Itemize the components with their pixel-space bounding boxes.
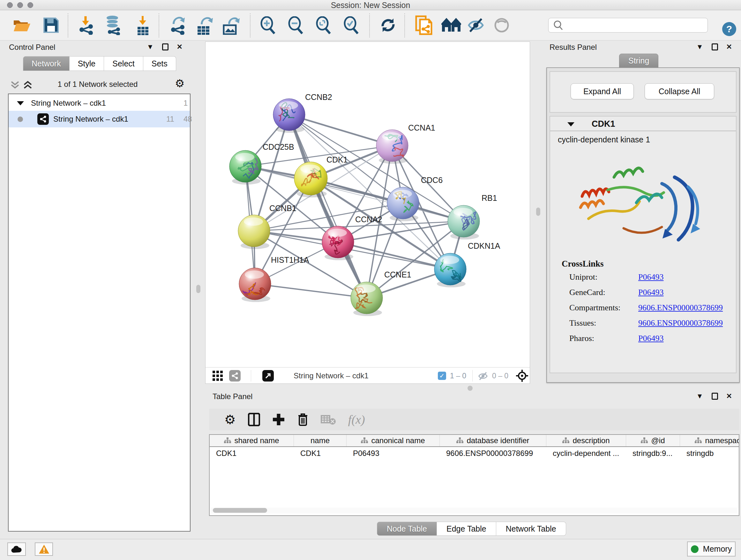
- node-RB1[interactable]: RB1: [448, 193, 497, 240]
- hide-graphics-button[interactable]: [465, 14, 487, 37]
- panel-menu-icon[interactable]: ▼: [696, 44, 703, 51]
- crosslink-link[interactable]: 9606.ENSP00000378699: [638, 318, 723, 328]
- tab-sets[interactable]: Sets: [143, 56, 176, 71]
- save-session-button[interactable]: [40, 14, 62, 37]
- show-graphics-button[interactable]: [490, 14, 513, 37]
- node-CDC6[interactable]: CDC6: [387, 176, 443, 221]
- open-session-button[interactable]: [10, 14, 33, 37]
- zoom-selected-button[interactable]: [340, 14, 362, 37]
- tab-network-table[interactable]: Network Table: [496, 522, 566, 536]
- houses-button[interactable]: [440, 14, 462, 37]
- node-CCNA1[interactable]: CCNA1: [376, 123, 435, 164]
- column-header[interactable]: shared name: [210, 435, 294, 446]
- node-table[interactable]: shared namenamecanonical namedatabase id…: [209, 434, 739, 516]
- selected-checkbox-icon[interactable]: ✓: [438, 372, 446, 380]
- tab-edge-table[interactable]: Edge Table: [437, 522, 496, 536]
- close-panel-icon[interactable]: ✕: [177, 44, 183, 51]
- tab-style[interactable]: Style: [70, 56, 105, 71]
- node-CCNB1[interactable]: CCNB1: [238, 204, 296, 249]
- float-panel-icon[interactable]: [712, 393, 718, 400]
- collapse-triangle-icon[interactable]: [17, 101, 24, 106]
- cloud-button[interactable]: [7, 543, 26, 556]
- zoom-out-button[interactable]: [285, 14, 307, 37]
- node-HIST1H1A[interactable]: HIST1H1A: [239, 255, 309, 302]
- grid-view-icon[interactable]: [212, 371, 223, 381]
- table-cell[interactable]: cyclin-dependent ...: [546, 447, 626, 460]
- table-cell[interactable]: P06493: [347, 447, 440, 460]
- right-splitter-handle[interactable]: [536, 207, 540, 216]
- crosslink-link[interactable]: P06493: [638, 272, 664, 282]
- update-network-button[interactable]: [377, 14, 399, 37]
- export-image-button[interactable]: [220, 14, 242, 37]
- table-cell[interactable]: stringdb:9...: [626, 447, 680, 460]
- gear-icon[interactable]: ⚙: [175, 78, 185, 89]
- collapse-triangle-icon[interactable]: [567, 122, 575, 127]
- search-input[interactable]: [566, 19, 708, 32]
- horizontal-scrollbar[interactable]: [211, 508, 738, 513]
- table-cell[interactable]: CDK1: [210, 447, 294, 460]
- column-header[interactable]: name: [294, 435, 347, 446]
- float-panel-icon[interactable]: [162, 44, 169, 51]
- memory-button[interactable]: Memory: [687, 542, 736, 557]
- export-network-button[interactable]: [166, 14, 189, 37]
- delete-trash-icon[interactable]: [297, 413, 309, 427]
- horizontal-splitter-handle[interactable]: [468, 386, 473, 391]
- crosslinks-heading: CrossLinks: [562, 259, 604, 269]
- table-cell[interactable]: stringdb: [680, 447, 739, 460]
- column-header[interactable]: database identifier: [440, 435, 546, 446]
- add-column-icon[interactable]: [272, 413, 285, 426]
- fit-content-button[interactable]: [313, 14, 335, 37]
- tab-select[interactable]: Select: [104, 56, 143, 71]
- import-network-file-button[interactable]: [75, 14, 97, 37]
- node-CCNE1[interactable]: CCNE1: [351, 270, 411, 316]
- crosslink-link[interactable]: P06493: [638, 334, 664, 343]
- zoom-in-button[interactable]: [257, 14, 279, 37]
- float-panel-icon[interactable]: [712, 44, 718, 51]
- column-header[interactable]: description: [546, 435, 626, 446]
- warnings-button[interactable]: [35, 543, 53, 556]
- string-view-icon[interactable]: [229, 370, 241, 381]
- import-table-file-button[interactable]: [131, 14, 154, 37]
- column-header[interactable]: namespace: [680, 435, 739, 446]
- shared-column-icon: [695, 437, 702, 444]
- table-cell[interactable]: CDK1: [294, 447, 347, 460]
- table-row[interactable]: CDK1CDK1P064939606.ENSP00000378699cyclin…: [210, 447, 739, 460]
- birds-eye-toggle-icon[interactable]: [516, 369, 529, 382]
- current-network-dot: [17, 117, 23, 122]
- column-header[interactable]: canonical name: [347, 435, 440, 446]
- node-CDK1[interactable]: CDK1: [294, 155, 348, 197]
- network-row[interactable]: String Network – cdk1 11 48: [9, 111, 190, 127]
- close-panel-icon[interactable]: ✕: [726, 393, 732, 400]
- network-collection-row[interactable]: String Network – cdk1 1: [9, 95, 190, 111]
- table-options-gear-icon[interactable]: ⚙: [224, 413, 236, 426]
- crosslink-link[interactable]: 9606.ENSP00000378699: [638, 303, 723, 313]
- node-CDKN1A[interactable]: CDKN1A: [434, 241, 500, 287]
- edge-HIST1H1A-CCNE1[interactable]: [255, 284, 367, 298]
- expand-all-button[interactable]: Expand All: [570, 83, 634, 99]
- collapse-all-button[interactable]: Collapse All: [645, 83, 714, 99]
- show-columns-icon[interactable]: [248, 413, 260, 426]
- open-in-browser-icon[interactable]: [262, 370, 274, 381]
- node-label: CCNA2: [355, 215, 382, 224]
- panel-menu-icon[interactable]: ▼: [696, 393, 703, 400]
- left-splitter-handle[interactable]: [196, 285, 200, 293]
- tab-string[interactable]: String: [619, 54, 658, 68]
- gene-card-header[interactable]: CDK1: [550, 117, 736, 131]
- crosslink-link[interactable]: P06493: [638, 288, 664, 297]
- panel-menu-icon[interactable]: ▼: [147, 44, 154, 51]
- help-button[interactable]: ?: [722, 22, 737, 37]
- table-cell[interactable]: 9606.ENSP00000378699: [440, 447, 546, 460]
- copy-style-button[interactable]: [413, 14, 435, 37]
- import-network-database-button[interactable]: [103, 14, 125, 37]
- scrollbar-thumb[interactable]: [213, 508, 267, 513]
- network-view[interactable]: CCNB2CCNA1CDC25BCDK1CDC6RB1CCNB1CCNA2CDK…: [205, 42, 530, 384]
- tab-node-table[interactable]: Node Table: [377, 522, 437, 536]
- network-graph[interactable]: CCNB2CCNA1CDC25BCDK1CDC6RB1CCNB1CCNA2CDK…: [205, 42, 530, 367]
- tab-network[interactable]: Network: [23, 56, 70, 71]
- column-header[interactable]: @id: [626, 435, 680, 446]
- collection-count: 1: [184, 99, 188, 108]
- node-CDC25B[interactable]: CDC25B: [229, 142, 294, 185]
- node-CCNB2[interactable]: CCNB2: [273, 92, 332, 133]
- close-panel-icon[interactable]: ✕: [726, 44, 732, 51]
- export-table-button[interactable]: [193, 14, 216, 37]
